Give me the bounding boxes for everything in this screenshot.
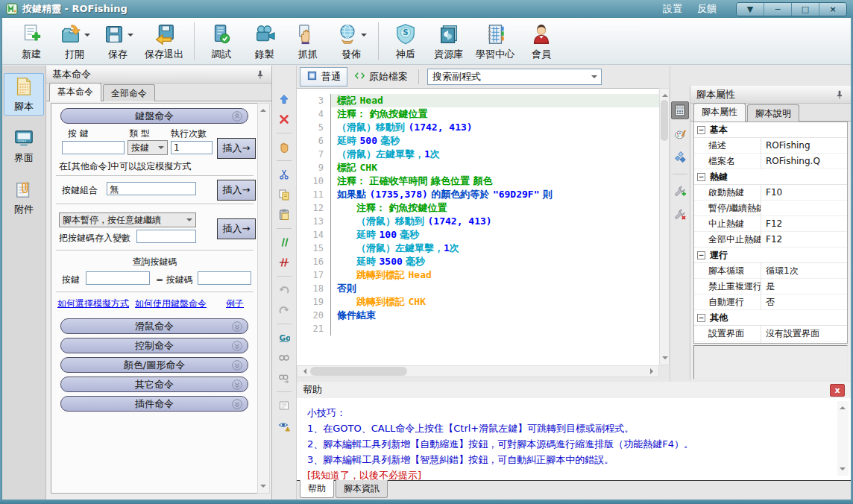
tool-paste[interactable] [276, 207, 292, 223]
key-combo-input[interactable]: 無 [107, 182, 196, 195]
section-3[interactable]: 顏色/圖形命令 [60, 357, 248, 373]
scrollbar-thumb[interactable] [661, 100, 668, 141]
property-value[interactable]: 是 [761, 279, 847, 294]
scroll-up-icon[interactable] [837, 401, 847, 412]
tool-find-next[interactable] [276, 370, 292, 386]
collapse-box-icon[interactable]: − [697, 126, 705, 134]
tool-eye-warning[interactable] [276, 418, 292, 434]
scroll-down-icon[interactable] [660, 354, 670, 365]
section-1[interactable]: 滑鼠命令 [60, 318, 248, 334]
insert-key-button[interactable]: 插入→ [217, 138, 256, 159]
toolbar-button-record-camera[interactable]: 錄製 [243, 20, 286, 63]
scroll-up-icon[interactable] [660, 89, 670, 99]
minimize-button[interactable]: ─ [764, 3, 791, 16]
code-line[interactable]: 5（滑鼠）移動到 (1742, 413) [297, 121, 659, 134]
close-button[interactable]: × [819, 3, 846, 16]
tool-wrench-x[interactable] [672, 206, 688, 222]
chevron-down-icon[interactable] [84, 34, 90, 40]
property-value[interactable]: ROFishing [761, 138, 847, 154]
toolbar-button-learning-center[interactable]: 學習中心 [470, 20, 520, 63]
expand-chevron-icon[interactable] [231, 398, 243, 410]
help-tab[interactable]: 帮助 [300, 480, 334, 498]
scrollbar-thumb[interactable] [310, 367, 407, 376]
scroll-down-icon[interactable] [837, 465, 847, 476]
scroll-up-icon[interactable] [258, 104, 268, 114]
editor-view-tab-source-view[interactable]: 原始檔案 [347, 67, 415, 86]
type-select[interactable]: 按鍵 [128, 140, 168, 155]
toolbar-button-resource-library[interactable]: 資源庫 [427, 20, 470, 63]
expand-chevron-icon[interactable] [231, 321, 243, 333]
editor-view-tab-normal-view[interactable]: 普通 [300, 67, 347, 86]
feedback-menu[interactable]: 反饋 [697, 2, 717, 16]
tool-undo[interactable] [276, 282, 292, 298]
section-keyboard-commands[interactable]: 鍵盤命令 [60, 108, 248, 124]
code-line[interactable]: 13（滑鼠）移動到 (1742, 413) [297, 215, 659, 228]
tool-list[interactable] [276, 397, 292, 414]
collapse-box-icon[interactable]: − [697, 173, 705, 181]
toolbar-button-member[interactable]: 會員 [520, 20, 563, 63]
tool-cut-scissors[interactable] [276, 166, 292, 183]
help-link[interactable]: 如何選擇模擬方式 [57, 297, 129, 310]
query-key-input[interactable] [86, 271, 150, 285]
chevron-down-icon[interactable] [361, 34, 367, 40]
command-panel-tab[interactable]: 全部命令 [103, 84, 155, 101]
section-5[interactable]: 插件命令 [60, 396, 248, 412]
tool-comment[interactable] [276, 234, 292, 251]
store-keycode-input[interactable] [136, 230, 196, 243]
tool-redo[interactable] [276, 302, 292, 318]
count-input[interactable]: 1 [171, 141, 213, 154]
code-line[interactable]: 3標記 Head [297, 94, 659, 107]
toolbar-button-debug[interactable]: 調試 [200, 20, 243, 63]
command-panel-tab[interactable]: 基本命令 [49, 83, 101, 101]
property-group-row[interactable]: −熱鍵 [694, 169, 847, 185]
code-line[interactable]: 19跳轉到標記 CHK [297, 295, 659, 309]
toolbar-button-save-floppy[interactable]: 保存 [96, 20, 139, 63]
code-editor[interactable]: 3標記 Head4注釋： 釣魚按鍵位置5（滑鼠）移動到 (1742, 413)6… [297, 88, 659, 365]
query-code-input[interactable] [198, 271, 251, 285]
code-line[interactable]: 7（滑鼠）左鍵單擊，1次 [297, 148, 659, 161]
code-line[interactable]: 6延時 500 毫秒 [297, 134, 659, 148]
code-line[interactable]: 14延時 100 毫秒 [297, 228, 659, 242]
property-value[interactable]: F10 [761, 185, 847, 201]
code-line[interactable]: 20條件結束 [297, 309, 659, 322]
expand-chevron-icon[interactable] [231, 359, 243, 371]
code-line[interactable]: 15（滑鼠）左鍵單擊，1次 [297, 242, 659, 255]
expand-chevron-icon[interactable] [231, 340, 243, 352]
editor-vertical-scrollbar[interactable] [659, 88, 670, 365]
maximize-button[interactable]: □ [791, 3, 819, 16]
rail-item-script[interactable]: 腳本 [4, 73, 44, 116]
tool-find[interactable] [276, 350, 292, 366]
section-2[interactable]: 控制命令 [60, 338, 248, 353]
code-line[interactable]: 10注釋： 正確收竿時間 綠色位置 顏色 [297, 174, 659, 188]
code-line[interactable]: 4注釋： 釣魚按鍵位置 [297, 107, 659, 121]
property-value[interactable]: 沒有設置界面 [761, 326, 847, 341]
code-line[interactable]: 17跳轉到標記 Head [297, 268, 659, 282]
insert-pause-button[interactable]: 插入→ [217, 218, 256, 239]
insert-combo-button[interactable]: 插入→ [217, 180, 256, 201]
property-group-row[interactable]: −運行 [694, 248, 847, 263]
help-tab[interactable]: 腳本資訊 [336, 480, 388, 498]
search-subroutine-combo[interactable]: 搜索副程式 [427, 69, 602, 85]
code-line[interactable]: 11如果點 (1735,378) 的顏色約等於 "69D29F" 則 [297, 188, 659, 201]
pin-icon[interactable] [834, 89, 845, 100]
scroll-down-icon[interactable] [258, 482, 268, 493]
property-value[interactable]: F12 [761, 232, 847, 248]
properties-tab[interactable]: 腳本說明 [747, 104, 799, 122]
pin-icon[interactable] [255, 69, 265, 80]
toolbar-button-new-document[interactable]: 新建 [10, 20, 53, 63]
chevron-down-icon[interactable] [128, 34, 133, 40]
tool-delete-x[interactable] [276, 111, 292, 127]
collapse-chevron-icon[interactable] [231, 110, 243, 122]
help-scrollbar[interactable] [837, 401, 849, 476]
help-link[interactable]: 如何使用鍵盤命令 [135, 297, 207, 310]
toolbar-button-capture-hand[interactable]: 抓抓 [286, 20, 330, 63]
property-value[interactable]: 循環1次 [761, 263, 847, 279]
tool-palette[interactable] [672, 126, 688, 142]
rail-item-attachment[interactable]: 附件 [4, 176, 44, 218]
tool-hand[interactable] [276, 139, 292, 155]
tool-uncomment[interactable] [276, 254, 292, 271]
toolbar-button-shield[interactable]: S神盾 [384, 20, 427, 63]
tool-goto[interactable]: Go [276, 330, 292, 346]
code-line[interactable]: 16延時 3500 毫秒 [297, 255, 659, 268]
command-panel-scrollbar[interactable] [257, 103, 270, 494]
